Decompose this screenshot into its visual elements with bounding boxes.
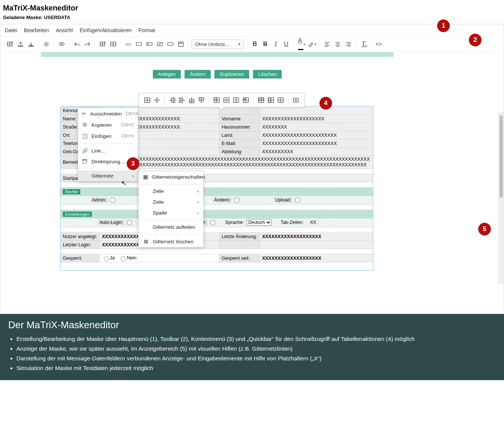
footer-title: Der MaTriX-Maskeneditor (8, 319, 496, 331)
link-icon: 🔗 (82, 148, 88, 154)
gesperrt-nein-radio[interactable] (121, 256, 126, 261)
sub-delete[interactable]: ⊠Gitternetz löschen (139, 236, 203, 247)
qb-delete-cell-icon[interactable] (241, 96, 250, 105)
tab-duplizieren[interactable]: Duplizieren (214, 70, 249, 78)
land-value: XXXXXXXXXXXXXXXXXXXXXXXX (260, 131, 373, 139)
highlight-icon[interactable]: ▾ (307, 40, 316, 49)
land-label: Land: (219, 131, 260, 139)
aendern-checkbox[interactable] (234, 198, 239, 203)
chevron-right-icon: › (133, 173, 134, 179)
vertical-scrollbar[interactable] (498, 112, 504, 284)
qb-split-v-icon[interactable] (232, 96, 241, 105)
wrap-select[interactable]: Ohne Umbrüc… (192, 40, 244, 49)
tab-aendern[interactable]: Ändern (185, 70, 211, 78)
undo-icon[interactable] (72, 40, 81, 49)
svg-point-8 (61, 43, 62, 45)
ctx-grid[interactable]: Gitternetz› (78, 170, 138, 181)
qb-insert-row-below-icon[interactable] (197, 96, 206, 105)
redo-icon[interactable] (83, 40, 92, 49)
qb-move-icon[interactable] (152, 96, 161, 105)
qb-insert-row-above-icon[interactable] (187, 96, 196, 105)
underline-icon[interactable]: U (282, 40, 291, 49)
sub-props[interactable]: ▦Gitternetzeigenschaften (139, 171, 203, 182)
autologin-checkbox[interactable] (127, 220, 132, 225)
chevron-right-icon: › (197, 210, 199, 216)
ctx-link[interactable]: 🔗Link… (78, 145, 138, 156)
tab-loeschen[interactable]: Löschen (253, 70, 282, 78)
svg-rect-17 (136, 43, 142, 45)
callout-2: 2 (469, 34, 482, 46)
abteilung-value: XXXXXXXXXX (260, 148, 373, 156)
newsletter-checkbox[interactable] (210, 220, 215, 225)
strikethrough-icon[interactable]: B (261, 40, 270, 49)
email-label: E-Mail: (219, 139, 260, 148)
loaded-mask-label: Geladene Maske: USERDATA (3, 15, 501, 20)
sub-split[interactable]: Gitternetz aufteilen (139, 222, 203, 232)
sub-col[interactable]: Spalte› (139, 207, 203, 218)
align-center-icon[interactable] (333, 40, 342, 49)
sub-row[interactable]: Zeile› (139, 197, 203, 207)
chevron-right-icon: › (197, 188, 199, 194)
text-color-icon[interactable]: A ▾ (297, 40, 306, 49)
gesperrt-ja-radio[interactable] (104, 256, 109, 261)
date-icon[interactable] (176, 40, 185, 49)
menu-einfuegen[interactable]: Einfügen/Aktualisieren (80, 27, 132, 33)
qb-clear-icon[interactable] (276, 96, 285, 105)
qb-merge-icon[interactable] (212, 96, 221, 105)
insert-table-plus-icon[interactable] (98, 40, 107, 49)
qb-delete-table-icon[interactable] (291, 96, 300, 105)
admin-checkbox[interactable] (110, 198, 115, 203)
bold-icon[interactable]: B (250, 40, 259, 49)
ctx-copy[interactable]: ⧉KopierenCtrl+C (78, 119, 138, 130)
menu-bearbeiten[interactable]: Bearbeiten (24, 27, 49, 33)
mask-top-strip (41, 52, 394, 57)
qb-insert-col-right-icon[interactable] (177, 96, 186, 105)
table-icon[interactable] (109, 40, 118, 49)
eye-icon[interactable] (57, 40, 66, 49)
abc-icon[interactable]: abc (124, 40, 133, 49)
button-icon[interactable] (166, 40, 175, 49)
new-table-plus-icon[interactable] (6, 40, 15, 49)
ctx-paste[interactable]: 📋EinfügenCtrl+V (78, 130, 138, 142)
field2-icon[interactable] (145, 40, 154, 49)
qb-table-icon[interactable] (143, 96, 152, 105)
sprache-select[interactable]: Deutsch (247, 219, 272, 226)
context-submenu-grid: ▦Gitternetzeigenschaften Zelle› Zeile› S… (138, 171, 204, 247)
context-menu: ✂AusschneidenCtrl+X ⧉KopierenCtrl+C 📋Ein… (78, 108, 138, 182)
callout-4: 4 (319, 97, 332, 110)
field-icon[interactable] (134, 40, 143, 49)
qb-row-icon[interactable] (257, 96, 266, 105)
toolbar: abc Ohne Umbrüc… B B I U A ▾ ▾ T✕ (0, 37, 504, 52)
menu-ansicht[interactable]: Ansicht (56, 27, 73, 33)
gear-icon[interactable] (42, 40, 51, 49)
letzterlogin-label: Letzter Login: (61, 241, 100, 249)
clear-format-icon[interactable]: T✕ (359, 40, 368, 49)
email-value: XXXXXXXXXXXXXXXXXXXXXXXX (260, 139, 373, 148)
checkbox-icon[interactable] (155, 40, 164, 49)
qb-split-h-icon[interactable] (222, 96, 231, 105)
delete-table-icon: ⊠ (143, 238, 149, 244)
annotation-footer: Der MaTriX-Maskeneditor Erstellung/Bearb… (0, 314, 504, 380)
italic-icon[interactable]: I (271, 40, 280, 49)
align-left-icon[interactable] (323, 40, 332, 49)
ctx-cut[interactable]: ✂AusschneidenCtrl+X (78, 108, 138, 119)
qb-col-icon[interactable] (266, 96, 275, 105)
align-right-icon[interactable] (344, 40, 353, 49)
page-title: MaTriX-Maskeneditor (3, 4, 501, 12)
menu-format[interactable]: Format (139, 27, 155, 33)
vorname-label: Vorname: (219, 115, 260, 123)
qb-insert-col-left-icon[interactable] (168, 96, 177, 105)
nutzer-label: Nutzer angelegt: (61, 232, 100, 241)
menu-datei[interactable]: Datei (5, 27, 17, 33)
download-icon[interactable] (27, 40, 35, 49)
gesperrtseit-value: XXXXXXXXXXXXXXXXXXX (260, 254, 373, 262)
upload-icon[interactable] (16, 40, 25, 49)
upload-label: Upload: (273, 197, 293, 203)
tabzeilen-label: Tab-Zeilen: (281, 220, 304, 225)
abteilung-label: Abteilung: (219, 148, 260, 156)
letzteaend-value: XXXXXXXXXXXXXXXXXXX (260, 232, 373, 241)
sub-cell[interactable]: Zelle› (139, 186, 203, 197)
code-icon[interactable]: <> (374, 40, 383, 49)
tab-anlegen[interactable]: Anlegen (153, 70, 181, 78)
upload-checkbox[interactable] (295, 198, 300, 203)
